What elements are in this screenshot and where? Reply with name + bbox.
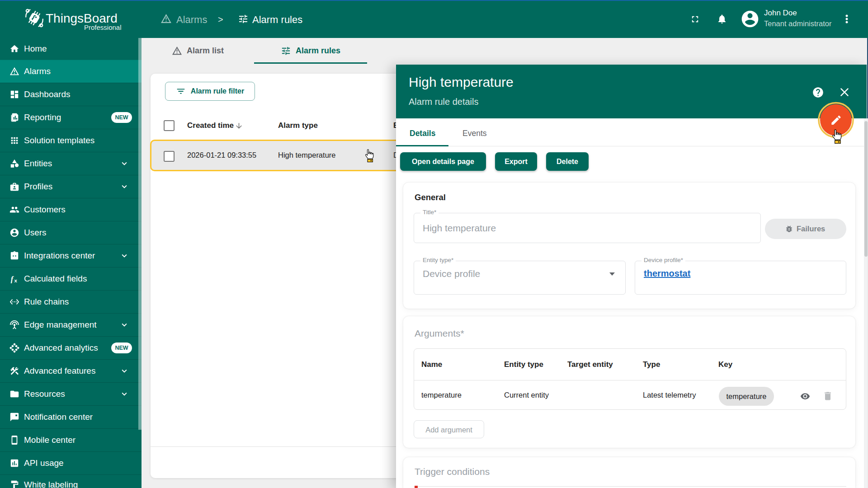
svg-text:f: f	[11, 275, 14, 283]
svg-text:x: x	[14, 278, 18, 283]
